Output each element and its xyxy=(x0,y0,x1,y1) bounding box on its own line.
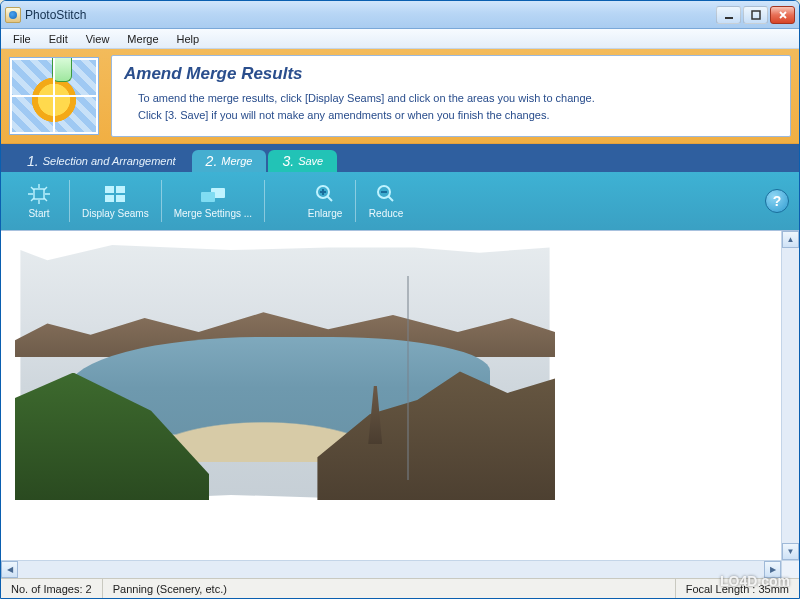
enlarge-label: Enlarge xyxy=(308,208,342,219)
help-button[interactable]: ? xyxy=(765,189,789,213)
maximize-icon xyxy=(751,10,761,20)
svg-rect-4 xyxy=(116,186,125,193)
step-tabs: 1. Selection and Arrangement 2. Merge 3.… xyxy=(1,144,799,172)
tab-label: Merge xyxy=(221,155,252,167)
close-icon xyxy=(778,10,788,20)
cursor-icon xyxy=(52,58,72,82)
svg-rect-0 xyxy=(725,17,733,19)
zoom-out-icon xyxy=(374,183,398,205)
toolbar-separator xyxy=(161,180,162,222)
tab-label: Selection and Arrangement xyxy=(43,155,176,167)
zoom-in-icon xyxy=(313,183,337,205)
scroll-down-button[interactable]: ▼ xyxy=(782,543,799,560)
scroll-right-button[interactable]: ▶ xyxy=(764,561,781,578)
menu-merge[interactable]: Merge xyxy=(119,31,166,47)
svg-rect-6 xyxy=(116,195,125,202)
info-heading: Amend Merge Results xyxy=(124,64,778,84)
toolbar-separator xyxy=(69,180,70,222)
merge-settings-label: Merge Settings ... xyxy=(174,208,252,219)
svg-rect-1 xyxy=(752,11,760,19)
toolbar-separator xyxy=(355,180,356,222)
status-mode: Panning (Scenery, etc.) xyxy=(103,579,676,598)
content-area: ▲ ▼ xyxy=(1,230,799,560)
scroll-track[interactable] xyxy=(782,248,799,543)
start-icon xyxy=(27,183,51,205)
scroll-track[interactable] xyxy=(18,561,764,578)
seams-icon xyxy=(103,183,127,205)
scroll-left-button[interactable]: ◀ xyxy=(1,561,18,578)
menu-view[interactable]: View xyxy=(78,31,118,47)
scroll-up-button[interactable]: ▲ xyxy=(782,231,799,248)
svg-rect-3 xyxy=(105,186,114,193)
tab-save[interactable]: 3. Save xyxy=(268,150,337,172)
svg-rect-8 xyxy=(201,192,215,202)
enlarge-button[interactable]: Enlarge xyxy=(297,179,353,223)
horizontal-scrollbar[interactable]: ◀ ▶ xyxy=(1,560,781,578)
app-window: PhotoStitch File Edit View Merge Help Am… xyxy=(0,0,800,599)
settings-icon xyxy=(201,183,225,205)
tab-number: 3. xyxy=(282,153,294,169)
scroll-corner xyxy=(781,560,799,578)
display-seams-label: Display Seams xyxy=(82,208,149,219)
start-label: Start xyxy=(28,208,49,219)
merge-settings-button[interactable]: Merge Settings ... xyxy=(164,179,262,223)
vertical-scrollbar[interactable]: ▲ ▼ xyxy=(781,231,799,560)
pano-seam xyxy=(407,276,409,480)
info-panel: Amend Merge Results To amend the merge r… xyxy=(1,49,799,144)
svg-rect-5 xyxy=(105,195,114,202)
menu-edit[interactable]: Edit xyxy=(41,31,76,47)
menubar: File Edit View Merge Help xyxy=(1,29,799,49)
tab-merge[interactable]: 2. Merge xyxy=(192,150,267,172)
tab-selection-arrangement[interactable]: 1. Selection and Arrangement xyxy=(13,150,190,172)
minimize-icon xyxy=(724,10,734,20)
help-icon: ? xyxy=(773,193,782,209)
status-image-count: No. of Images: 2 xyxy=(1,579,103,598)
info-illustration xyxy=(9,57,99,135)
menu-file[interactable]: File xyxy=(5,31,39,47)
app-icon xyxy=(5,7,21,23)
status-focal-length: Focal Length : 35mm xyxy=(676,579,799,598)
info-line-1: To amend the merge results, click [Displ… xyxy=(138,90,778,107)
tab-label: Save xyxy=(298,155,323,167)
start-button[interactable]: Start xyxy=(11,179,67,223)
reduce-button[interactable]: Reduce xyxy=(358,179,414,223)
panorama-preview xyxy=(15,245,555,500)
window-title: PhotoStitch xyxy=(25,8,716,22)
tab-number: 2. xyxy=(206,153,218,169)
svg-rect-2 xyxy=(34,189,44,199)
tab-number: 1. xyxy=(27,153,39,169)
window-buttons xyxy=(716,6,795,24)
titlebar[interactable]: PhotoStitch xyxy=(1,1,799,29)
display-seams-button[interactable]: Display Seams xyxy=(72,179,159,223)
minimize-button[interactable] xyxy=(716,6,741,24)
statusbar: No. of Images: 2 Panning (Scenery, etc.)… xyxy=(1,578,799,598)
toolbar-separator xyxy=(264,180,265,222)
canvas[interactable] xyxy=(1,231,781,560)
maximize-button[interactable] xyxy=(743,6,768,24)
info-text-box: Amend Merge Results To amend the merge r… xyxy=(111,55,791,137)
close-button[interactable] xyxy=(770,6,795,24)
reduce-label: Reduce xyxy=(369,208,403,219)
toolbar: Start Display Seams Merge Settings ... E… xyxy=(1,172,799,230)
info-line-2: Click [3. Save] if you will not make any… xyxy=(138,107,778,124)
menu-help[interactable]: Help xyxy=(169,31,208,47)
